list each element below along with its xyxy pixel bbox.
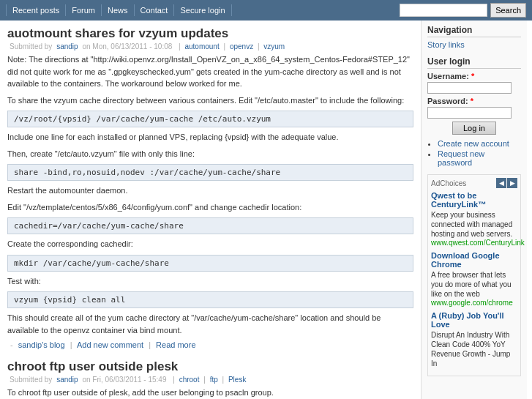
post1-meta: Submitted by sandip on Mon, 06/13/2011 -… bbox=[7, 42, 413, 51]
post-auotmount: auotmount shares for vzyum updates Submi… bbox=[7, 26, 413, 349]
password-required: * bbox=[471, 97, 473, 105]
post2-tag-chroot[interactable]: chroot bbox=[179, 376, 200, 384]
username-input[interactable] bbox=[427, 82, 512, 94]
post1-footer: - sandip's blog | Add new comment | Read… bbox=[7, 340, 413, 349]
post1-body-p7: Test with: bbox=[7, 275, 413, 288]
post1-code4: mkdir /var/cache/yum-cache/share bbox=[7, 255, 413, 272]
ad-section: AdChoices ◀ ▶ Qwest to be CenturyLink™ K… bbox=[427, 174, 521, 376]
login-button[interactable]: Log in bbox=[452, 122, 496, 135]
ad-prev-button[interactable]: ◀ bbox=[496, 178, 506, 188]
post1-blog-link[interactable]: sandip's blog bbox=[18, 340, 65, 349]
post2-author[interactable]: sandip bbox=[56, 376, 78, 384]
ad-item-1: Download Google Chrome A free browser th… bbox=[431, 251, 517, 307]
search-box: Search bbox=[400, 3, 526, 18]
search-button[interactable]: Search bbox=[490, 3, 526, 18]
post1-body-p8: This should create all of the yum cache … bbox=[7, 312, 413, 336]
post1-comment-link[interactable]: Add new comment bbox=[77, 340, 143, 349]
ad-nav: ◀ ▶ bbox=[496, 178, 517, 188]
ad-header: AdChoices ◀ ▶ bbox=[431, 178, 517, 188]
post2-tag-plesk[interactable]: Plesk bbox=[228, 376, 246, 384]
nav-news[interactable]: News bbox=[102, 4, 135, 16]
post1-footer-dash: - bbox=[10, 340, 13, 349]
ad0-url[interactable]: www.qwest.com/CenturyLink bbox=[431, 239, 517, 247]
post1-tag-vzyum[interactable]: vzyum bbox=[263, 42, 285, 51]
post1-code5: vzyum {vpsid} clean all bbox=[7, 291, 413, 308]
ad-item-0: Qwest to be CenturyLink™ Keep your busin… bbox=[431, 191, 517, 247]
sidebar-navigation: Navigation Story links bbox=[427, 25, 521, 49]
ad0-title[interactable]: Qwest to be CenturyLink™ bbox=[431, 191, 517, 209]
post1-tag-openvz[interactable]: openvz bbox=[230, 42, 253, 51]
post1-body-p1: To share the vzyum cache directory betwe… bbox=[7, 94, 413, 107]
adchoices-label: AdChoices bbox=[431, 179, 466, 187]
sidebar: Navigation Story links User login Userna… bbox=[421, 20, 527, 399]
sidebar-login: User login Username: * Password: * Log i… bbox=[427, 56, 521, 167]
ad-item-2: A (Ruby) Job You'll Love Disrupt An Indu… bbox=[431, 311, 517, 368]
ad2-body: Disrupt An Industry With Clean Code 400%… bbox=[431, 330, 517, 368]
page-layout: auotmount shares for vzyum updates Submi… bbox=[0, 20, 532, 399]
post2-body-p1: To chroot ftp user outside of plesk, add… bbox=[7, 387, 413, 399]
ad1-title[interactable]: Download Google Chrome bbox=[431, 251, 517, 269]
post2-meta: Submitted by sandip on Fri, 06/03/2011 -… bbox=[7, 376, 413, 384]
sidebar-login-title: User login bbox=[427, 56, 521, 69]
nav-links: Recent posts Forum News Contact Secure l… bbox=[6, 4, 232, 16]
ad2-title[interactable]: A (Ruby) Job You'll Love bbox=[431, 311, 517, 329]
sidebar-story-links[interactable]: Story links bbox=[427, 40, 521, 49]
post1-body-p5: Edit "/vz/template/centos/5/x86_64/confi… bbox=[7, 201, 413, 214]
ad-next-button[interactable]: ▶ bbox=[507, 178, 517, 188]
username-label: Username: * bbox=[427, 72, 521, 81]
password-label: Password: * bbox=[427, 97, 521, 105]
top-navigation: Recent posts Forum News Contact Secure l… bbox=[0, 0, 532, 20]
post2-title: chroot ftp user outside plesk bbox=[7, 359, 413, 374]
post1-author[interactable]: sandip bbox=[56, 42, 78, 51]
post1-tag-automount[interactable]: automount bbox=[184, 42, 219, 51]
nav-secure-login[interactable]: Secure login bbox=[174, 4, 231, 16]
post1-code2: share -bind,ro,nosuid,nodev :/var/cache/… bbox=[7, 164, 413, 181]
request-password-link[interactable]: Request new password bbox=[438, 149, 521, 167]
post2-tag-ftp[interactable]: ftp bbox=[210, 376, 218, 384]
post1-body-p4: Restart the automounter daemon. bbox=[7, 184, 413, 197]
nav-recent-posts[interactable]: Recent posts bbox=[6, 4, 66, 16]
nav-forum[interactable]: Forum bbox=[66, 4, 102, 16]
nav-contact[interactable]: Contact bbox=[135, 4, 175, 16]
post1-body-p3: Then, create "/etc/auto.vzyum" file with… bbox=[7, 148, 413, 160]
post1-body-p2: Include one line for each installed or p… bbox=[7, 131, 413, 143]
post1-body-p6: Create the corresponding cachedir: bbox=[7, 238, 413, 250]
post1-body-intro: Note: The directions at "http://wiki.ope… bbox=[7, 53, 413, 90]
ad1-url[interactable]: www.google.com/chrome bbox=[431, 299, 517, 307]
password-input[interactable] bbox=[427, 107, 512, 119]
post1-read-more[interactable]: Read more bbox=[156, 340, 195, 349]
create-account-link[interactable]: Create new account bbox=[438, 139, 521, 148]
ad1-body: A free browser that lets you do more of … bbox=[431, 270, 517, 299]
post1-code3: cachedir=/var/cache/yum-cache/share bbox=[7, 217, 413, 234]
login-links: Create new account Request new password bbox=[427, 139, 521, 167]
search-input[interactable] bbox=[400, 4, 487, 17]
username-required: * bbox=[471, 72, 474, 81]
post1-title: auotmount shares for vzyum updates bbox=[7, 26, 413, 41]
main-content: auotmount shares for vzyum updates Submi… bbox=[0, 20, 421, 399]
post-chroot-ftp: chroot ftp user outside plesk Submitted … bbox=[7, 359, 413, 399]
post1-code1: /vz/root/{vpsid} /var/cache/yum-cache /e… bbox=[7, 111, 413, 127]
ad0-body: Keep your business connected with manage… bbox=[431, 210, 517, 239]
sidebar-nav-title: Navigation bbox=[427, 25, 521, 37]
